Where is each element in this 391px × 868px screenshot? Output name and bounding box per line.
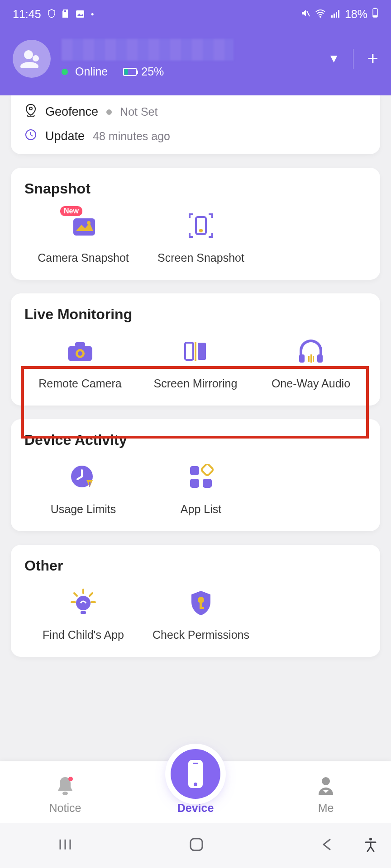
svg-rect-2 [76,10,84,18]
svg-rect-0 [64,10,65,12]
svg-rect-33 [313,356,314,362]
geofence-label: Geofence [45,105,98,119]
home-button[interactable] [188,836,205,854]
remote-camera-label: Remote Camera [38,377,121,390]
find-child-app-item[interactable]: Find Child's App [24,588,142,642]
nav-me-label: Me [274,802,378,815]
camera-snapshot-item[interactable]: New Camera Snapshot [24,211,142,264]
add-device-button[interactable]: + [367,48,378,70]
nav-me[interactable]: Me [274,774,378,815]
check-permissions-item[interactable]: Check Permissions [142,588,260,642]
location-icon [24,104,37,120]
live-monitoring-card: Live Monitoring Remote Camera Screen Mir… [11,293,380,406]
one-way-audio-label: One-Way Audio [272,377,350,390]
one-way-audio-item[interactable]: One-Way Audio [255,336,367,390]
svg-point-46 [76,596,91,610]
bell-icon [13,774,117,798]
usage-limits-item[interactable]: Usage Limits [24,462,142,516]
wifi-icon [315,8,326,21]
activity-title: Device Activity [24,432,367,448]
online-dot-icon [62,69,68,75]
svg-point-36 [89,486,91,487]
screen-snapshot-icon [186,211,216,241]
svg-point-12 [24,50,33,59]
svg-rect-35 [89,482,91,485]
svg-point-4 [319,16,321,18]
info-card: Geofence Not Set Update 48 minutes ago [11,95,380,154]
device-battery: 25% [141,65,164,78]
svg-rect-1 [65,10,66,12]
dot-icon [106,109,112,115]
avatar[interactable] [13,40,51,78]
battery-icon [372,7,378,21]
shield-key-icon [186,588,216,618]
geofence-value: Not Set [120,105,157,118]
svg-line-42 [74,593,77,596]
svg-rect-7 [336,12,337,18]
svg-rect-26 [185,343,193,360]
check-permissions-label: Check Permissions [153,628,249,642]
headphones-icon [296,336,326,366]
nav-notice[interactable]: Notice [13,774,117,815]
screen-mirroring-item[interactable]: Screen Mirroring [140,336,251,390]
svg-rect-23 [75,342,85,347]
camera-snapshot-label: Camera Snapshot [38,251,129,264]
svg-point-56 [322,777,330,785]
app-list-item[interactable]: App List [142,462,260,516]
sdcard-icon [62,8,69,21]
screen-snapshot-label: Screen Snapshot [157,251,244,264]
divider [353,49,353,69]
update-label: Update [45,129,85,143]
svg-point-15 [29,107,32,110]
geofence-row[interactable]: Geofence Not Set [24,104,367,120]
screen-snapshot-item[interactable]: Screen Snapshot [142,211,260,264]
back-button[interactable] [320,837,334,854]
svg-line-3 [307,11,310,16]
remote-camera-item[interactable]: Remote Camera [24,336,136,390]
android-system-nav [0,823,391,868]
person-icon [274,774,378,798]
svg-rect-39 [203,479,212,488]
svg-rect-60 [191,839,202,850]
svg-point-54 [194,783,197,786]
svg-rect-10 [374,8,376,9]
device-dropdown[interactable]: ▼ [328,52,340,66]
mirror-icon [181,336,210,366]
accessibility-button[interactable] [364,837,377,854]
svg-rect-6 [334,14,335,18]
svg-rect-37 [190,466,199,475]
camera-snapshot-icon: New [68,211,98,241]
snapshot-title: Snapshot [24,180,367,197]
online-label: Online [75,65,108,78]
device-name-redacted [62,39,234,61]
statusbar-time: 11:45 [13,8,41,21]
bottom-nav: Notice Device Me [0,761,391,823]
svg-rect-50 [200,607,204,609]
svg-point-19 [87,221,91,225]
update-row[interactable]: Update 48 minutes ago [24,128,367,144]
svg-rect-8 [338,10,339,18]
other-card: Other Find Child's App Check Permissions [11,545,380,657]
app-grid-icon [186,462,216,492]
app-header: Online 25% ▼ + [0,28,391,95]
live-title: Live Monitoring [24,306,367,323]
image-icon [76,8,85,21]
update-value: 48 minutes ago [93,130,170,143]
bulb-icon [68,588,98,618]
shield-icon [48,8,56,21]
svg-rect-28 [195,342,196,361]
svg-rect-32 [310,354,312,363]
nav-device[interactable]: Device [143,770,248,815]
nav-device-label: Device [143,802,248,815]
recent-apps-button[interactable] [57,837,73,854]
battery-mini-icon [123,68,137,76]
svg-rect-38 [190,479,199,488]
svg-rect-55 [193,763,198,764]
svg-rect-40 [201,464,214,476]
svg-rect-27 [198,343,206,360]
svg-rect-18 [73,218,95,236]
svg-rect-47 [81,611,86,614]
svg-rect-11 [373,15,377,17]
other-title: Other [24,557,367,574]
nav-notice-label: Notice [13,802,117,815]
